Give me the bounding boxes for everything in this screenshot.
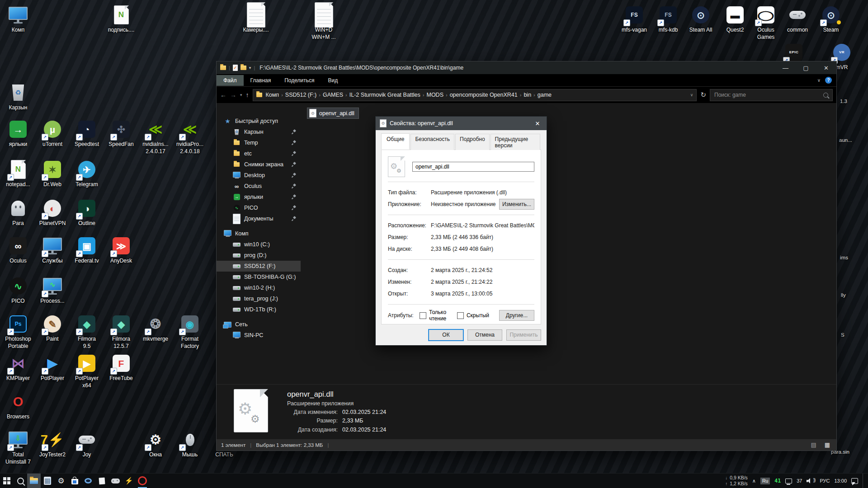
breadcrumb-segment[interactable]: SSD512 (F:) (283, 92, 319, 98)
edge-icon-label[interactable]: S (841, 332, 844, 338)
forward-button[interactable]: → (230, 92, 236, 98)
menu-tab-главная[interactable]: Главная (244, 75, 278, 86)
desktop-icon-nvidia-profile[interactable]: ≪↗nvidiaPro...2.4.0.18 (173, 119, 207, 155)
minimize-button[interactable]: — (775, 61, 796, 74)
sidebar-item-set[interactable]: Сеть (217, 319, 301, 330)
language-badge[interactable]: Ru (760, 478, 770, 484)
sidebar-item-desktop[interactable]: Desktop (217, 170, 301, 181)
taskbar-file-explorer-button[interactable] (27, 474, 41, 488)
breadcrumb-segment[interactable]: MODS (424, 92, 446, 98)
dialog-close-button[interactable]: ✕ (528, 117, 547, 130)
sidebar-item-sb-toshiba-g[interactable]: SB-TOSHIBA-G (G:) (217, 272, 301, 282)
desktop-icon-federal-tv[interactable]: ▣↗Federal.tv (70, 235, 104, 265)
breadcrumb[interactable]: Комп›SSD512 (F:)›GAMES›IL-2 Sturmovik Gr… (253, 89, 697, 101)
desktop-icon-kmplayer[interactable]: ⋈↗KMPlayer (1, 353, 35, 382)
desktop-icon-speedfan[interactable]: ✣↗SpeedFan (104, 119, 138, 148)
desktop-icon-potplayer-x64[interactable]: ▶↗PotPlayerx64 (70, 353, 104, 389)
sidebar-item-karzyn[interactable]: ♻Карзын (217, 127, 301, 137)
taskbar-start-button[interactable] (0, 474, 14, 488)
desktop-icon-planetvpn[interactable]: ◐↗PlanetVPN (35, 198, 70, 227)
edge-icon-label[interactable]: lly (841, 292, 846, 298)
taskbar-store-button[interactable] (68, 474, 81, 488)
dialog-button-отмена[interactable]: Отмена (467, 329, 502, 341)
dialog-tab-1[interactable]: Безопасность (410, 134, 454, 150)
edge-icon-label[interactable]: aun... (839, 137, 852, 143)
desktop-icon-process-explorer[interactable]: ∿↗Process... (35, 276, 70, 305)
taskbar-gamepad-button[interactable] (108, 474, 122, 488)
dialog-tab-2[interactable]: Подробно (455, 134, 490, 150)
volume-icon[interactable]: )) (807, 478, 815, 484)
dialog-button-применить[interactable]: Применить (506, 329, 541, 341)
up-button[interactable]: ↑ (246, 92, 249, 98)
clock[interactable]: 13:00 (834, 478, 847, 483)
sidebar-item-tera-prog-j[interactable]: tera_prog (J:) (217, 293, 301, 304)
qat-newfolder-icon[interactable] (241, 66, 246, 70)
breadcrumb-segment[interactable]: opencomposite OpenXR41 (448, 92, 520, 98)
menu-tab-файл[interactable]: Файл (217, 75, 244, 86)
dialog-button-ок[interactable]: ОК (429, 329, 463, 341)
refresh-icon[interactable]: ↻ (700, 91, 706, 99)
desktop-icon-joytester2[interactable]: 7⚡↗JoyTester2 (35, 429, 70, 459)
dialog-tab-0[interactable]: Общие (381, 133, 410, 150)
edge-icon-label[interactable]: 1.3 (840, 99, 847, 104)
taskbar-flash-tool-button[interactable]: ⚡ (122, 474, 136, 488)
desktop-icon-para[interactable]: Para (1, 198, 35, 227)
edge-icon-label[interactable]: ims (840, 255, 848, 260)
desktop-icon-drweb[interactable]: ✶↗Dr.Web (35, 159, 70, 188)
sidebar-item-pico[interactable]: ∿PICO (217, 202, 301, 213)
desktop-icon-mysh[interactable]: ↗Мышь (173, 429, 207, 459)
desktop-icon-yarlyki[interactable]: →ярлыки (1, 119, 35, 148)
desktop-icon-photoshop-portable[interactable]: Ps↗PhotoshopPortable (1, 314, 35, 350)
desktop-icon-win-d[interactable]: WiN+DWiN+M ... (307, 5, 341, 41)
desktop-icon-notepad[interactable]: N↗notepad... (1, 159, 35, 188)
breadcrumb-segment[interactable]: IL-2 Sturmovik Great Battles (347, 92, 423, 98)
desktop-icon-telegram[interactable]: ✈↗Telegram (70, 159, 104, 188)
desktop-icon-sluzhby[interactable]: ↗Службы (35, 235, 70, 265)
sidebar-item-win10-c[interactable]: win10 (C:) (217, 239, 301, 250)
qat-chevron-icon[interactable]: ▾ (249, 66, 251, 70)
desktop-icon-anydesk[interactable]: ≫↗AnyDesk (104, 235, 138, 265)
sidebar-item-ssd512-f[interactable]: SSD512 (F:) (217, 261, 301, 272)
readonly-checkbox[interactable]: Только чтение (420, 309, 447, 322)
sidebar-item-komp[interactable]: Комп (217, 228, 301, 239)
tray-counter[interactable]: 37 (797, 478, 802, 483)
close-button[interactable]: ✕ (816, 61, 836, 74)
sidebar-item-etc[interactable]: etc (217, 148, 301, 159)
sidebar-item-win10-2-h[interactable]: win10-2 (H:) (217, 282, 301, 293)
qat-folder-icon[interactable] (220, 66, 226, 70)
taskbar-oculus-app-button[interactable] (81, 474, 95, 488)
desktop-icon-okna[interactable]: ⚙↗Окна (138, 429, 173, 459)
desktop-icon-podpis[interactable]: Nподпись.... (104, 5, 138, 34)
desktop-icon-format-factory[interactable]: ◉↗FormatFactory (173, 314, 207, 350)
menu-tab-вид[interactable]: Вид (321, 75, 344, 86)
desktop-icon-steam[interactable]: ⊙↗Steam (814, 5, 848, 34)
sidebar-item-yarlyki[interactable]: →ярлыки (217, 192, 301, 202)
filename-input[interactable] (412, 162, 534, 172)
show-desktop-button[interactable] (863, 474, 865, 488)
desktop-icon-filmora-95[interactable]: ◆↗Filmora9.5 (70, 314, 104, 350)
sidebar-item-dokumenty[interactable]: Документы (217, 213, 301, 224)
hidden-checkbox[interactable]: Скрытый (457, 312, 489, 319)
details-view-icon[interactable]: ▤ (809, 441, 818, 448)
desktop-icon-joy[interactable]: ↗Joy (70, 429, 104, 459)
desktop-icon-outline[interactable]: ◑↗Outline (70, 198, 104, 227)
taskbar-search-button[interactable] (14, 474, 27, 488)
sidebar-item-wd-1tb-r[interactable]: WD-1Tb (R:) (217, 304, 301, 315)
sidebar-item-quick-access[interactable]: ★Быстрый доступ (217, 116, 301, 127)
sidebar-item-temp[interactable]: Temp (217, 137, 301, 148)
ribbon-collapse-icon[interactable]: ∨ (817, 78, 821, 83)
desktop-icon-common[interactable]: common (780, 5, 815, 34)
sidebar-item-oculus[interactable]: ∞Oculus (217, 181, 301, 192)
desktop-icon-potplayer[interactable]: ▶↗PotPlayer (35, 353, 70, 382)
network-icon[interactable] (785, 479, 792, 483)
tray-expand-chevron[interactable]: ∧ (752, 478, 756, 484)
other-attributes-button[interactable]: Другие... (499, 310, 534, 321)
desktop-icon-browsers[interactable]: OBrowsers (1, 391, 35, 421)
search-input[interactable]: Поиск: game (710, 89, 833, 101)
temperature-monitor[interactable]: 41 (774, 478, 781, 484)
desktop-icon-nvidia-inspector[interactable]: ≪↗nvidiaIns...2.4.0.17 (138, 119, 173, 155)
desktop-icon-freetube[interactable]: F↗FreeTube (104, 353, 138, 382)
desktop-icon-speedtest[interactable]: ◔↗Speedtest (70, 119, 104, 148)
desktop-icon-steam-all[interactable]: ⊙Steam All (684, 5, 718, 34)
thumbnails-view-icon[interactable]: ▦ (823, 441, 832, 448)
